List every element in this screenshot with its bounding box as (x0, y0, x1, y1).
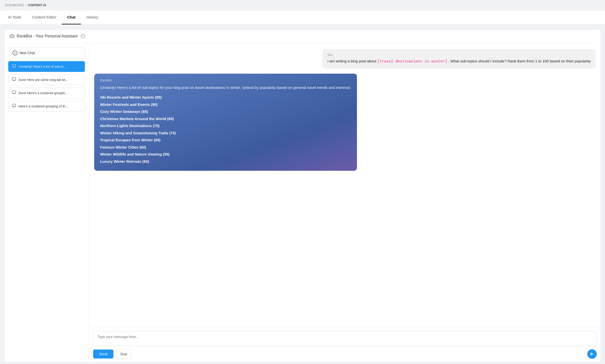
rankbot-icon (9, 33, 15, 39)
bot-list-item-7: Tropical Escapes from Winter (65) (100, 137, 351, 143)
tabs-bar: AI Tools Content Editor Chat History (0, 10, 605, 25)
chat-area: You: I am writing a blog post about [tra… (89, 43, 601, 362)
bot-list-item-5: Northern Lights Destinations (75) (100, 123, 351, 129)
sidebar: + New Chat Certainly! Here's a list of s… (4, 43, 89, 362)
svg-point-2 (12, 36, 13, 37)
bot-list-item-6: Winter Hiking and Snowshoeing Trails (70… (100, 130, 351, 136)
chat-item-text-1: Certainly! Here's a list of sub-to... (18, 65, 66, 68)
tab-chat[interactable]: Chat (62, 10, 81, 24)
breadcrumb-current: CONTENT AI (28, 3, 46, 7)
chat-history-item-1[interactable]: Certainly! Here's a list of sub-to... (8, 61, 85, 72)
breadcrumb-separator: / (25, 3, 26, 7)
bot-list-item-2: Winter Festivals and Events (90) (100, 102, 351, 108)
bot-intro: Certainly! Here's a list of sub-topics f… (100, 85, 351, 91)
breadcrumb: DASHBOARD / CONTENT AI (0, 0, 605, 10)
svg-point-1 (11, 36, 12, 37)
bot-list-item-10: Luxury Winter Retreats (50) (100, 159, 351, 165)
tab-ai-tools[interactable]: AI Tools (2, 10, 27, 24)
send-icon-button[interactable] (587, 349, 597, 359)
bot-list-item-8: Famous Winter Cities (60) (100, 145, 351, 150)
input-actions: Send Stop (93, 349, 597, 359)
plus-icon: + (12, 50, 17, 55)
bot-list: Ski Resorts and Winter Sports (95)Winter… (100, 95, 351, 164)
send-button[interactable]: Send (93, 350, 113, 359)
input-area: Send Stop (89, 327, 601, 362)
chat-history-item-4[interactable]: Here's a clustered grouping of th... (8, 101, 85, 112)
bot-list-item-3: Cozy Winter Getaways (85) (100, 109, 351, 115)
chat-messages: You: I am writing a blog post about [tra… (89, 43, 601, 327)
chat-item-icon-4 (12, 104, 16, 109)
user-text: I am writing a blog post about [travel d… (327, 58, 591, 65)
svg-rect-4 (12, 64, 16, 67)
chat-item-text-3: Sure! Here's a clustered groupin... (18, 91, 68, 95)
user-label: You: (327, 53, 591, 57)
tab-content-editor[interactable]: Content Editor (27, 10, 62, 24)
user-text-prefix: I am writing a blog post about (327, 59, 377, 63)
help-icon[interactable]: ? (81, 34, 85, 38)
new-chat-label: New Chat (19, 51, 35, 55)
chat-item-icon-3 (12, 91, 16, 95)
bot-list-item-9: Winter Wildlife and Nature Viewing (55) (100, 152, 351, 157)
rankbot-header: RankBot - Your Personal Assistant ? (4, 29, 601, 43)
chat-item-icon-2 (12, 77, 16, 82)
user-text-highlight: [travel destinations in winter]. (377, 59, 449, 64)
main-container: RankBot - Your Personal Assistant ? + Ne… (4, 29, 601, 363)
svg-rect-7 (12, 104, 16, 107)
chat-history-item-2[interactable]: Sure! Here are some long-tail ke... (8, 74, 85, 85)
user-text-suffix: What sub-topics should I include? Rank t… (449, 59, 591, 63)
message-input[interactable] (93, 331, 597, 346)
chat-layout: + New Chat Certainly! Here's a list of s… (4, 43, 601, 362)
chat-item-text-2: Sure! Here are some long-tail ke... (18, 78, 68, 82)
bot-label: RankBot: (100, 79, 351, 82)
breadcrumb-parent[interactable]: DASHBOARD (5, 3, 24, 7)
svg-point-3 (12, 34, 12, 34)
bot-list-item-1: Ski Resorts and Winter Sports (95) (100, 95, 351, 100)
stop-button[interactable]: Stop (116, 349, 132, 359)
chat-item-text-4: Here's a clustered grouping of th... (18, 104, 68, 108)
bot-message: RankBot: Certainly! Here's a list of sub… (94, 74, 357, 171)
svg-rect-6 (12, 91, 16, 93)
bot-list-item-4: Christmas Markets Around the World (80) (100, 116, 351, 122)
chat-item-icon-1 (12, 64, 16, 69)
rankbot-title: RankBot - Your Personal Assistant (17, 34, 78, 38)
svg-rect-5 (12, 78, 16, 80)
user-message: You: I am writing a blog post about [tra… (322, 49, 596, 69)
new-chat-button[interactable]: + New Chat (8, 47, 85, 59)
chat-history-item-3[interactable]: Sure! Here's a clustered groupin... (8, 88, 85, 98)
svg-rect-0 (10, 35, 14, 38)
tab-history[interactable]: History (81, 10, 104, 24)
